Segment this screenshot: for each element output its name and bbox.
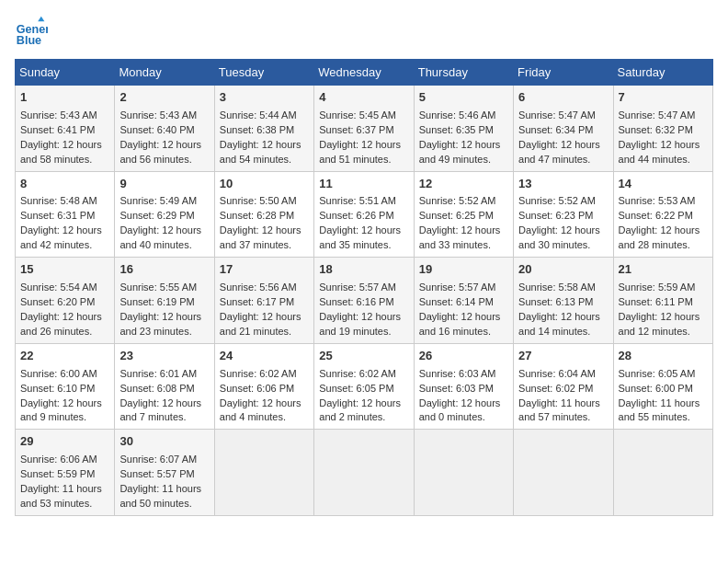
column-header-wednesday: Wednesday [314,60,414,86]
day-number: 10 [220,176,309,193]
day-cell-13: 13Sunrise: 5:52 AMSunset: 6:23 PMDayligh… [514,171,613,258]
day-cell-7: 7Sunrise: 5:47 AMSunset: 6:32 PMDaylight… [613,86,712,172]
day-cell-27: 27Sunrise: 6:04 AMSunset: 6:02 PMDayligh… [514,343,613,430]
day-cell-18: 18Sunrise: 5:57 AMSunset: 6:16 PMDayligh… [314,258,414,344]
column-header-thursday: Thursday [414,60,513,86]
calendar-table: SundayMondayTuesdayWednesdayThursdayFrid… [15,59,713,516]
day-number: 17 [220,261,309,279]
day-cell-17: 17Sunrise: 5:56 AMSunset: 6:17 PMDayligh… [214,258,313,344]
day-cell-29: 29Sunrise: 6:06 AMSunset: 5:59 PMDayligh… [16,430,115,516]
column-header-friday: Friday [514,60,613,86]
day-number: 22 [20,348,109,365]
day-number: 9 [119,176,209,193]
header-row: SundayMondayTuesdayWednesdayThursdayFrid… [16,60,713,86]
week-row-1: 1Sunrise: 5:43 AMSunset: 6:41 PMDaylight… [16,86,713,172]
day-number: 28 [619,348,708,365]
day-cell-21: 21Sunrise: 5:59 AMSunset: 6:11 PMDayligh… [613,258,712,344]
column-header-saturday: Saturday [613,60,712,86]
day-number: 23 [119,348,209,365]
day-number: 6 [518,89,608,107]
day-cell-30: 30Sunrise: 6:07 AMSunset: 5:57 PMDayligh… [115,430,214,516]
empty-cell [214,430,313,516]
day-cell-11: 11Sunrise: 5:51 AMSunset: 6:26 PMDayligh… [314,171,414,258]
day-cell-3: 3Sunrise: 5:44 AMSunset: 6:38 PMDaylight… [214,86,313,172]
empty-cell [514,430,613,516]
day-number: 11 [319,176,408,193]
column-header-tuesday: Tuesday [214,60,313,86]
svg-marker-2 [38,17,44,21]
day-cell-4: 4Sunrise: 5:45 AMSunset: 6:37 PMDaylight… [314,86,414,172]
day-number: 14 [619,176,708,193]
day-number: 1 [20,89,109,107]
day-number: 26 [419,348,508,365]
day-number: 25 [319,348,408,365]
day-number: 12 [419,176,508,193]
day-cell-2: 2Sunrise: 5:43 AMSunset: 6:40 PMDaylight… [115,86,214,172]
empty-cell [613,430,712,516]
day-number: 8 [20,176,109,193]
day-number: 20 [518,261,608,279]
day-number: 3 [220,89,309,107]
page-header: General Blue [15,15,713,48]
empty-cell [314,430,414,516]
day-cell-1: 1Sunrise: 5:43 AMSunset: 6:41 PMDaylight… [16,86,115,172]
day-number: 19 [419,261,508,279]
logo: General Blue [15,15,48,48]
week-row-2: 8Sunrise: 5:48 AMSunset: 6:31 PMDaylight… [16,171,713,258]
day-cell-22: 22Sunrise: 6:00 AMSunset: 6:10 PMDayligh… [16,343,115,430]
svg-text:Blue: Blue [17,34,41,47]
day-number: 4 [319,89,408,107]
day-cell-14: 14Sunrise: 5:53 AMSunset: 6:22 PMDayligh… [613,171,712,258]
day-number: 27 [518,348,608,365]
day-number: 2 [119,89,209,107]
day-cell-8: 8Sunrise: 5:48 AMSunset: 6:31 PMDaylight… [16,171,115,258]
day-cell-15: 15Sunrise: 5:54 AMSunset: 6:20 PMDayligh… [16,258,115,344]
day-number: 21 [619,261,708,279]
day-number: 18 [319,261,408,279]
day-cell-19: 19Sunrise: 5:57 AMSunset: 6:14 PMDayligh… [414,258,513,344]
week-row-4: 22Sunrise: 6:00 AMSunset: 6:10 PMDayligh… [16,343,713,430]
day-number: 29 [20,433,109,451]
day-cell-9: 9Sunrise: 5:49 AMSunset: 6:29 PMDaylight… [115,171,214,258]
day-cell-10: 10Sunrise: 5:50 AMSunset: 6:28 PMDayligh… [214,171,313,258]
logo-icon: General Blue [15,15,48,48]
day-cell-26: 26Sunrise: 6:03 AMSunset: 6:03 PMDayligh… [414,343,513,430]
day-cell-12: 12Sunrise: 5:52 AMSunset: 6:25 PMDayligh… [414,171,513,258]
week-row-5: 29Sunrise: 6:06 AMSunset: 5:59 PMDayligh… [16,430,713,516]
day-cell-16: 16Sunrise: 5:55 AMSunset: 6:19 PMDayligh… [115,258,214,344]
day-cell-23: 23Sunrise: 6:01 AMSunset: 6:08 PMDayligh… [115,343,214,430]
day-cell-20: 20Sunrise: 5:58 AMSunset: 6:13 PMDayligh… [514,258,613,344]
day-number: 13 [518,176,608,193]
column-header-sunday: Sunday [16,60,115,86]
week-row-3: 15Sunrise: 5:54 AMSunset: 6:20 PMDayligh… [16,258,713,344]
column-header-monday: Monday [115,60,214,86]
empty-cell [414,430,513,516]
day-cell-28: 28Sunrise: 6:05 AMSunset: 6:00 PMDayligh… [613,343,712,430]
day-cell-25: 25Sunrise: 6:02 AMSunset: 6:05 PMDayligh… [314,343,414,430]
day-number: 5 [419,89,508,107]
day-number: 15 [20,261,109,279]
day-number: 16 [119,261,209,279]
day-number: 30 [119,433,209,451]
day-number: 7 [619,89,708,107]
day-number: 24 [220,348,309,365]
day-cell-6: 6Sunrise: 5:47 AMSunset: 6:34 PMDaylight… [514,86,613,172]
day-cell-24: 24Sunrise: 6:02 AMSunset: 6:06 PMDayligh… [214,343,313,430]
day-cell-5: 5Sunrise: 5:46 AMSunset: 6:35 PMDaylight… [414,86,513,172]
